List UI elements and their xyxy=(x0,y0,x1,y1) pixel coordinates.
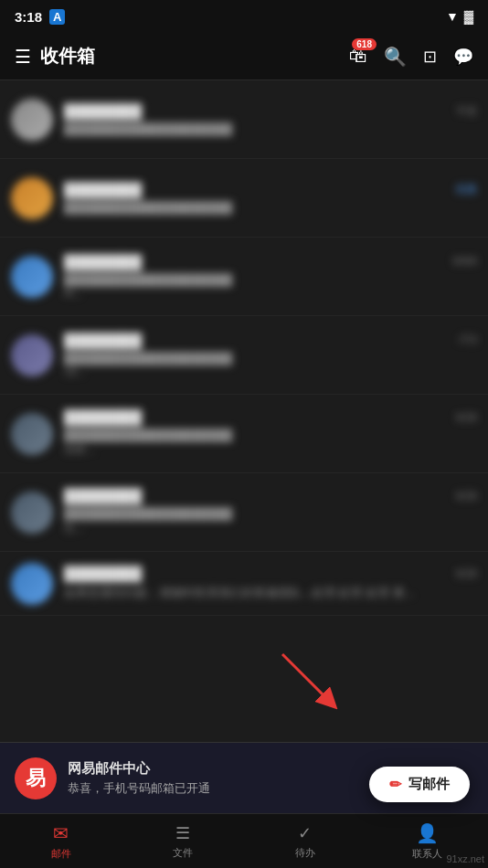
wifi-icon: ▼ xyxy=(446,9,459,24)
watermark: 91xz.net xyxy=(446,853,484,864)
status-bar: 3:18 A ▼ ▓ xyxy=(0,0,488,33)
email-sender: ████████ xyxy=(64,103,142,119)
email-sender: ████████ xyxy=(64,409,142,425)
arrow-annotation xyxy=(273,645,346,722)
nav-label-files: 文件 xyxy=(173,846,193,860)
chat-icon[interactable]: 💬 xyxy=(453,47,473,67)
email-preview: ████████████████████ xyxy=(64,201,477,215)
header-left: ☰ 收件箱 xyxy=(15,44,95,69)
compose-icon: ✏ xyxy=(389,776,401,793)
email-body: ████████ 6/28 ████████████████████ 发邮... xyxy=(64,409,477,458)
avatar xyxy=(11,99,53,141)
avatar xyxy=(11,177,53,219)
email-date: 9/9/8 xyxy=(452,255,477,268)
page-title: 收件箱 xyxy=(40,44,95,69)
email-item[interactable]: ████████ 优惠 ████████████████████ xyxy=(0,159,488,238)
email-preview: ████████████████████ xyxy=(64,352,477,365)
notif-avatar: 易 xyxy=(15,757,57,799)
email-list-container: ████████ 卡追 ████████████████████ ███████… xyxy=(0,80,488,813)
email-date: 卡追 xyxy=(455,103,477,119)
menu-icon[interactable]: ☰ xyxy=(15,46,31,68)
nav-item-mail[interactable]: ✉ 邮件 xyxy=(0,814,122,868)
compose-button[interactable]: ✏ 写邮件 xyxy=(369,767,470,802)
bottom-nav: ✉ 邮件 ☰ 文件 ✓ 待办 👤 联系人 xyxy=(0,813,488,868)
cart-badge: 618 xyxy=(352,38,377,50)
arrow-svg xyxy=(273,645,346,718)
scan-icon[interactable]: ⊡ xyxy=(423,47,437,67)
email-preview: ████████████████████ xyxy=(64,507,477,521)
todo-icon: ✓ xyxy=(298,823,312,843)
svg-line-1 xyxy=(282,654,330,702)
email-preview: 如果您遇到问题，请随时联系我们的客服团队...处理 处理 处理 要... xyxy=(64,585,477,601)
nav-item-todo[interactable]: ✓ 待办 xyxy=(244,814,366,868)
email-body: ████████ /7/3 ████████████████████ 18... xyxy=(64,333,477,378)
email-sender: ████████ xyxy=(64,254,142,270)
email-sender: ████████ xyxy=(64,566,142,581)
avatar xyxy=(11,492,53,534)
nav-label-mail: 邮件 xyxy=(51,847,71,861)
avatar xyxy=(11,334,53,376)
email-date: 6/28 xyxy=(456,411,477,424)
mail-icon: ✉ xyxy=(53,822,69,844)
header-right: 🛍 618 🔍 ⊡ 💬 xyxy=(349,46,473,68)
avatar xyxy=(11,256,53,298)
email-preview: ████████████████████ xyxy=(64,122,477,136)
email-date: 优惠 xyxy=(455,182,477,197)
compose-label: 写邮件 xyxy=(408,776,450,793)
email-preview: ████████████████████ xyxy=(64,429,477,442)
email-item[interactable]: ████████ 6/28 ████████████████████ 告... xyxy=(0,473,488,552)
email-item[interactable]: ████████ 6/28 ████████████████████ 发邮... xyxy=(0,395,488,473)
nav-label-todo: 待办 xyxy=(295,846,315,860)
email-list: ████████ 卡追 ████████████████████ ███████… xyxy=(0,80,488,813)
battery-icon: ▓ xyxy=(464,9,473,24)
email-date: /7/3 xyxy=(459,333,477,346)
email-item[interactable]: ████████ 卡追 ████████████████████ xyxy=(0,80,488,159)
status-left: 3:18 A xyxy=(15,9,65,25)
cart-icon[interactable]: 🛍 618 xyxy=(349,46,367,67)
files-icon: ☰ xyxy=(175,823,190,843)
avatar xyxy=(11,413,53,455)
email-sender: ████████ xyxy=(64,182,142,197)
nav-label-contacts: 联系人 xyxy=(412,847,442,861)
email-item[interactable]: ████████ 9/9/8 ████████████████████ M... xyxy=(0,238,488,316)
email-item[interactable]: ████████ /7/3 ████████████████████ 18... xyxy=(0,316,488,395)
email-body: ████████ 9/9/8 ████████████████████ M... xyxy=(64,254,477,300)
nav-item-files[interactable]: ☰ 文件 xyxy=(122,814,245,868)
email-item[interactable]: ████████ 6/28 如果您遇到问题，请随时联系我们的客服团队...处理 … xyxy=(0,552,488,616)
avatar xyxy=(11,563,53,605)
email-body: ████████ 优惠 ████████████████████ xyxy=(64,182,477,215)
email-body: ████████ 卡追 ████████████████████ xyxy=(64,103,477,136)
search-icon[interactable]: 🔍 xyxy=(384,46,407,68)
email-sender: ████████ xyxy=(64,333,142,348)
contacts-icon: 👤 xyxy=(416,822,439,844)
email-sender: ████████ xyxy=(64,488,142,503)
status-a-icon: A xyxy=(49,9,65,25)
email-body: ████████ 6/28 如果您遇到问题，请随时联系我们的客服团队...处理 … xyxy=(64,566,477,601)
email-date: 6/28 xyxy=(456,490,477,503)
email-preview: ████████████████████ xyxy=(64,273,477,287)
email-body: ████████ 6/28 ████████████████████ 告... xyxy=(64,488,477,536)
status-right: ▼ ▓ xyxy=(446,9,473,24)
status-time: 3:18 xyxy=(15,9,42,25)
app-header: ☰ 收件箱 🛍 618 🔍 ⊡ 💬 xyxy=(0,33,488,80)
email-date: 6/28 xyxy=(456,567,477,580)
